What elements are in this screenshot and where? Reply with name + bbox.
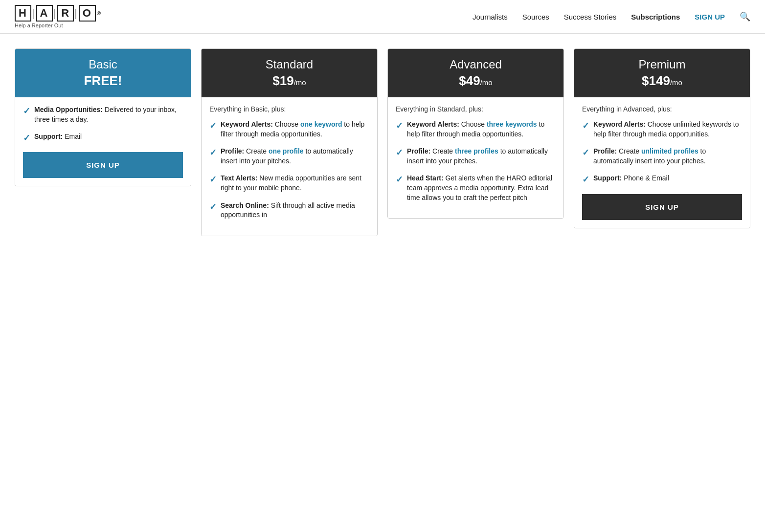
checkmark-icon: ✓ (396, 120, 403, 132)
pricing-section: Basic FREE! ✓ Media Opportunities: Deliv… (0, 34, 765, 251)
plan-premium-header: Premium $149/mo (574, 49, 750, 97)
feature-profile-adv: ✓ Profile: Create three profiles to auto… (396, 147, 556, 166)
plan-advanced: Advanced $49/mo Everything in Standard, … (387, 48, 564, 219)
checkmark-icon: ✓ (582, 174, 589, 186)
plan-basic-header: Basic FREE! (15, 49, 191, 97)
plan-standard-features: ✓ Keyword Alerts: Choose one keyword to … (209, 120, 369, 220)
logo-divider-3: | (74, 7, 78, 20)
feature-support-prem: ✓ Support: Phone & Email (582, 174, 742, 186)
checkmark-icon: ✓ (396, 174, 403, 186)
logo-letter-a: A (36, 5, 53, 22)
logo[interactable]: H | A | R | O ® Help a Reporter Out (15, 5, 102, 28)
plan-advanced-price: $49/mo (396, 73, 556, 89)
checkmark-icon: ✓ (582, 147, 589, 159)
plan-standard-header: Standard $19/mo (202, 49, 377, 97)
checkmark-icon: ✓ (209, 147, 217, 159)
logo-letter-r: R (57, 5, 74, 22)
feature-support: ✓ Support: Email (23, 132, 183, 144)
feature-head-start: ✓ Head Start: Get alerts when the HARO e… (396, 174, 556, 202)
plan-basic-body: ✓ Media Opportunities: Delivered to your… (15, 97, 191, 186)
search-icon[interactable]: 🔍 (740, 11, 750, 22)
feature-media-opp: ✓ Media Opportunities: Delivered to your… (23, 105, 183, 124)
feature-keyword-alerts-adv: ✓ Keyword Alerts: Choose three keywords … (396, 120, 556, 139)
logo-trademark: ® (97, 10, 102, 16)
plan-advanced-intro: Everything in Standard, plus: (396, 105, 556, 113)
plan-standard: Standard $19/mo Everything in Basic, plu… (201, 48, 378, 236)
plan-premium-body: Everything in Advanced, plus: ✓ Keyword … (574, 97, 750, 228)
plan-basic-name: Basic (23, 58, 183, 71)
nav-success-stories[interactable]: Success Stories (564, 13, 617, 21)
checkmark-icon: ✓ (23, 105, 30, 117)
plan-standard-price: $19/mo (209, 73, 369, 89)
plan-premium: Premium $149/mo Everything in Advanced, … (574, 48, 750, 228)
feature-profile: ✓ Profile: Create one profile to automat… (209, 147, 369, 166)
main-nav: Journalists Sources Success Stories Subs… (472, 11, 750, 22)
logo-divider-1: | (32, 7, 36, 20)
premium-signup-button[interactable]: SIGN UP (582, 194, 742, 220)
checkmark-icon: ✓ (396, 147, 403, 159)
plan-standard-body: Everything in Basic, plus: ✓ Keyword Ale… (202, 97, 377, 236)
nav-sources[interactable]: Sources (522, 13, 549, 21)
feature-search-online: ✓ Search Online: Sift through all active… (209, 201, 369, 220)
header: H | A | R | O ® Help a Reporter Out Jour… (0, 0, 765, 34)
plan-premium-name: Premium (582, 58, 742, 71)
plan-advanced-body: Everything in Standard, plus: ✓ Keyword … (388, 97, 563, 218)
checkmark-icon: ✓ (23, 132, 30, 144)
nav-journalists[interactable]: Journalists (472, 13, 508, 21)
feature-text-alerts: ✓ Text Alerts: New media opportunities a… (209, 174, 369, 193)
basic-signup-button[interactable]: SIGN UP (23, 152, 183, 178)
feature-keyword-alerts-prem: ✓ Keyword Alerts: Choose unlimited keywo… (582, 120, 742, 139)
logo-subtitle: Help a Reporter Out (15, 22, 63, 28)
plan-premium-features: ✓ Keyword Alerts: Choose unlimited keywo… (582, 120, 742, 186)
checkmark-icon: ✓ (209, 120, 217, 132)
plan-premium-price: $149/mo (582, 73, 742, 89)
plan-basic-price: FREE! (23, 73, 183, 89)
feature-keyword-alerts: ✓ Keyword Alerts: Choose one keyword to … (209, 120, 369, 139)
logo-letter-o: O (79, 5, 96, 22)
plan-standard-intro: Everything in Basic, plus: (209, 105, 369, 113)
feature-profile-prem: ✓ Profile: Create unlimited profiles to … (582, 147, 742, 166)
plan-basic: Basic FREE! ✓ Media Opportunities: Deliv… (15, 48, 191, 186)
logo-divider-2: | (53, 7, 57, 20)
plan-standard-name: Standard (209, 58, 369, 71)
checkmark-icon: ✓ (209, 174, 217, 186)
checkmark-icon: ✓ (209, 201, 217, 213)
plan-premium-intro: Everything in Advanced, plus: (582, 105, 742, 113)
plan-advanced-header: Advanced $49/mo (388, 49, 563, 97)
nav-subscriptions[interactable]: Subscriptions (631, 13, 680, 21)
checkmark-icon: ✓ (582, 120, 589, 132)
nav-signup[interactable]: SIGN UP (695, 13, 725, 21)
plan-advanced-features: ✓ Keyword Alerts: Choose three keywords … (396, 120, 556, 202)
plan-basic-features: ✓ Media Opportunities: Delivered to your… (23, 105, 183, 144)
plan-advanced-name: Advanced (396, 58, 556, 71)
logo-letter-h: H (15, 5, 31, 22)
